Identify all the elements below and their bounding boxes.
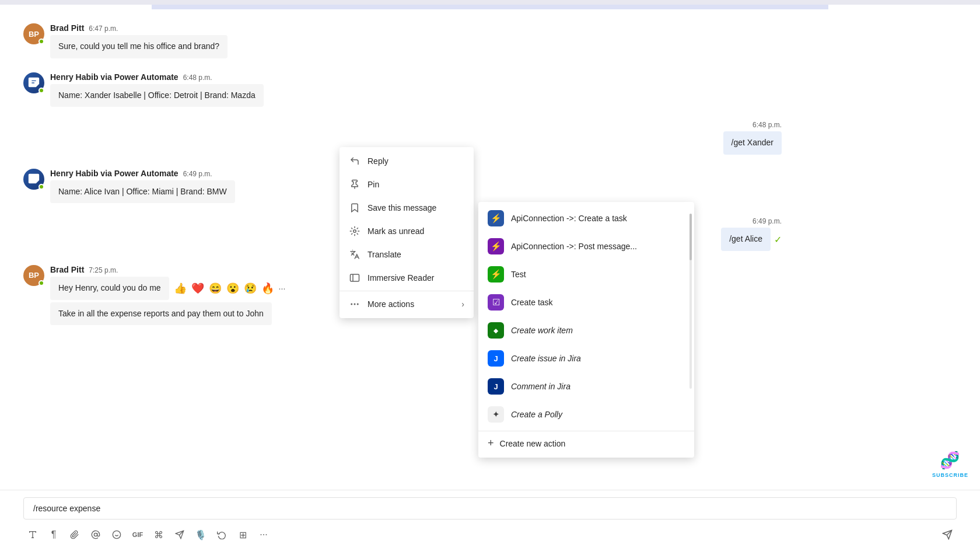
svg-point-5 bbox=[358, 304, 359, 305]
plus-icon: + bbox=[488, 437, 494, 449]
sub-menu-create-work[interactable]: ◆ Create work item bbox=[478, 316, 694, 344]
status-dot bbox=[38, 88, 44, 93]
format-text-button[interactable] bbox=[23, 525, 42, 544]
unread-label: Mark as unread bbox=[368, 226, 424, 236]
more-emojis[interactable]: ··· bbox=[279, 284, 286, 293]
input-bar: ¶ GIF ⌘ 🎙️ ⊞ ··· bbox=[0, 490, 980, 551]
message-bubble: Sure, could you tell me his office and b… bbox=[50, 35, 228, 58]
context-menu-translate[interactable]: Translate bbox=[340, 243, 474, 266]
pin-icon bbox=[349, 179, 360, 190]
context-menu-save[interactable]: Save this message bbox=[340, 196, 474, 219]
bookmark-icon bbox=[349, 202, 360, 214]
context-menu-immersive[interactable]: Immersive Reader bbox=[340, 266, 474, 290]
svg-point-1 bbox=[354, 230, 356, 233]
reaction-smile[interactable]: 😄 bbox=[209, 282, 222, 295]
sub-menu-comment-jira[interactable]: J Comment in Jira bbox=[478, 372, 694, 400]
test-icon: ⚡ bbox=[488, 266, 504, 283]
avatar-pa bbox=[23, 169, 44, 190]
comment-jira-icon: J bbox=[488, 378, 504, 395]
sub-menu-api-task[interactable]: ⚡ ApiConnection ->: Create a task bbox=[478, 204, 694, 232]
context-menu-pin[interactable]: Pin bbox=[340, 173, 474, 196]
record-button[interactable]: 🎙️ bbox=[191, 525, 210, 544]
attach-button[interactable] bbox=[65, 525, 84, 544]
context-menu-reply[interactable]: Reply bbox=[340, 149, 474, 173]
mention-button[interactable] bbox=[86, 525, 105, 544]
gif-button[interactable]: GIF bbox=[128, 525, 147, 544]
context-menu: Reply Pin Save this mes bbox=[340, 147, 474, 318]
own-message-wrapper: 6:49 p.m. /get Alice ✓ bbox=[721, 217, 782, 251]
message-wrapper: Henry Habib via Power Automate 6:49 p.m.… bbox=[50, 169, 235, 204]
message-bubble: Name: Alice Ivan | Office: Miami | Brand… bbox=[50, 180, 235, 204]
svg-point-4 bbox=[354, 304, 355, 305]
svg-point-8 bbox=[113, 531, 120, 538]
api-post-label: ApiConnection ->: Post message... bbox=[511, 242, 637, 251]
subscribe-icon: 🧬 bbox=[940, 451, 960, 470]
context-menu-more-actions[interactable]: More actions › bbox=[340, 292, 474, 316]
message-time: 6:48 p.m. bbox=[752, 121, 782, 129]
svg-point-7 bbox=[94, 533, 97, 536]
reply-icon bbox=[349, 155, 360, 167]
test-label: Test bbox=[511, 270, 526, 279]
svg-point-6 bbox=[351, 304, 352, 305]
scrollbar-thumb bbox=[690, 214, 692, 260]
message-wrapper: Brad Pitt 6:47 p.m. Sure, could you tell… bbox=[50, 23, 228, 58]
chat-area: BP Brad Pitt 6:47 p.m. Sure, could you t… bbox=[0, 5, 980, 551]
message-time: 7:25 p.m. bbox=[89, 266, 118, 274]
api-post-icon: ⚡ bbox=[488, 238, 504, 254]
more-options-button[interactable]: ··· bbox=[254, 525, 273, 544]
create-task-label: Create task bbox=[511, 298, 553, 307]
reply-label: Reply bbox=[368, 156, 388, 166]
message-sender: Henry Habib via Power Automate bbox=[50, 72, 178, 82]
create-work-label: Create work item bbox=[511, 326, 573, 335]
message-with-reactions: Hey Henry, could you do me 👍 ❤️ 😄 😮 😢 🔥 … bbox=[50, 277, 285, 300]
reaction-surprised[interactable]: 😮 bbox=[226, 282, 239, 295]
sub-menu-create-jira[interactable]: J Create issue in Jira bbox=[478, 344, 694, 372]
send-action-button[interactable] bbox=[170, 525, 189, 544]
create-task-icon: ☑ bbox=[488, 294, 504, 311]
message-bubble: Name: Xander Isabelle | Office: Detroit … bbox=[50, 84, 264, 107]
reaction-thumbsup[interactable]: 👍 bbox=[174, 282, 187, 295]
message-header: Brad Pitt 7:25 p.m. bbox=[50, 265, 285, 274]
menu-divider bbox=[340, 291, 474, 291]
polly-icon: ✦ bbox=[488, 406, 504, 423]
loop-button[interactable] bbox=[212, 525, 231, 544]
svg-rect-2 bbox=[351, 274, 359, 281]
message-header: Henry Habib via Power Automate 6:48 p.m. bbox=[50, 72, 264, 82]
message-input[interactable] bbox=[23, 497, 957, 519]
paragraph-button[interactable]: ¶ bbox=[44, 525, 63, 544]
reaction-sad[interactable]: 😢 bbox=[244, 282, 257, 295]
reaction-fire[interactable]: 🔥 bbox=[261, 282, 274, 295]
message-wrapper: Henry Habib via Power Automate 6:48 p.m.… bbox=[50, 72, 264, 107]
message-row: BP Brad Pitt 6:47 p.m. Sure, could you t… bbox=[0, 19, 980, 63]
pin-label: Pin bbox=[368, 180, 379, 189]
context-menu-unread[interactable]: Mark as unread bbox=[340, 219, 474, 243]
message-time: 6:49 p.m. bbox=[752, 217, 782, 225]
translate-icon bbox=[349, 249, 360, 260]
create-new-label: Create new action bbox=[500, 439, 566, 448]
message-sender: Brad Pitt bbox=[50, 23, 84, 33]
sub-menu-api-post[interactable]: ⚡ ApiConnection ->: Post message... bbox=[478, 232, 694, 260]
reaction-heart[interactable]: ❤️ bbox=[191, 282, 204, 295]
sub-menu-polly[interactable]: ✦ Create a Polly bbox=[478, 400, 694, 428]
apps-button[interactable]: ⊞ bbox=[233, 525, 252, 544]
sub-menu-create-new[interactable]: + Create new action bbox=[478, 431, 694, 455]
send-button[interactable] bbox=[938, 525, 957, 544]
message-sender: Henry Habib via Power Automate bbox=[50, 169, 178, 178]
message-bubble-own: /get Xander bbox=[723, 131, 782, 155]
scrollbar bbox=[690, 214, 692, 389]
immersive-icon bbox=[349, 272, 360, 284]
translate-label: Translate bbox=[368, 250, 401, 259]
emoji-button[interactable] bbox=[107, 525, 126, 544]
toolbar-row: ¶ GIF ⌘ 🎙️ ⊞ ··· bbox=[23, 525, 957, 544]
more-actions-label: More actions bbox=[368, 299, 414, 309]
message-bubble-2: Take in all the expense reports and pay … bbox=[50, 302, 272, 326]
messages-container: BP Brad Pitt 6:47 p.m. Sure, could you t… bbox=[0, 9, 980, 490]
status-dot bbox=[38, 184, 44, 190]
sub-menu-test[interactable]: ⚡ Test bbox=[478, 260, 694, 288]
save-label: Save this message bbox=[368, 203, 436, 212]
subscribe-button[interactable]: 🧬 SUBSCRIBE bbox=[932, 451, 968, 478]
sticker-button[interactable]: ⌘ bbox=[149, 525, 168, 544]
sub-menu-create-task[interactable]: ☑ Create task bbox=[478, 288, 694, 316]
bubble-container: /get Alice ✓ bbox=[721, 228, 782, 251]
api-task-icon: ⚡ bbox=[488, 210, 504, 226]
